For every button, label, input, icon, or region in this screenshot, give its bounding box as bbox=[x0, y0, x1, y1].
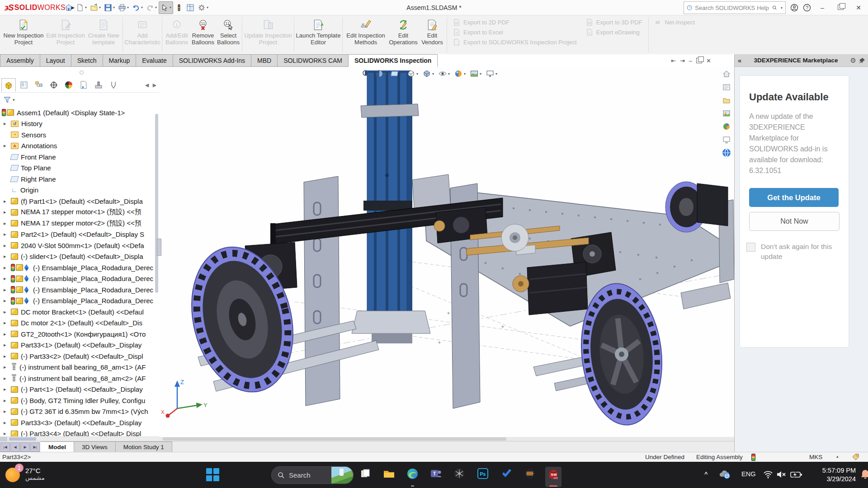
expand-icon[interactable] bbox=[4, 408, 11, 414]
cam-tools-tab[interactable] bbox=[107, 79, 120, 91]
panel-splitter-handle[interactable] bbox=[0, 67, 159, 78]
restore-button[interactable] bbox=[834, 4, 847, 11]
tree-item-nema17-2[interactable]: NEMA 17 stepper motor<2> (預設) <<預 bbox=[0, 218, 159, 229]
wifi-icon[interactable] bbox=[763, 470, 773, 479]
home-tab-icon[interactable] bbox=[721, 69, 732, 80]
expand-icon[interactable] bbox=[4, 386, 11, 392]
tag-icon[interactable] bbox=[852, 453, 859, 461]
tree-item-top-plane[interactable]: Top Plane bbox=[0, 163, 159, 174]
tree-item-part33-1[interactable]: Part33<1> (Default) <<Default>_Display bbox=[0, 340, 159, 351]
photoshop-button[interactable]: Ps bbox=[475, 467, 491, 487]
select-tool-button[interactable]: ▾ bbox=[159, 1, 173, 14]
tree-item-annotations[interactable]: AAnnotations bbox=[0, 141, 159, 152]
expand-icon[interactable] bbox=[4, 298, 11, 304]
minimize-button[interactable]: – bbox=[816, 4, 829, 11]
notification-bell-icon[interactable] bbox=[860, 469, 868, 480]
filter-funnel-icon[interactable] bbox=[3, 96, 11, 104]
tree-item-nema17-1[interactable]: NEMA 17 stepper motor<1> (預設) <<預 bbox=[0, 207, 159, 218]
tree-scrollbar[interactable] bbox=[155, 114, 158, 293]
export-sw-inspection-item[interactable]: Export to SOLIDWORKS Inspection Project bbox=[453, 38, 577, 46]
tab-mbd[interactable]: MBD bbox=[251, 54, 278, 67]
expand-icon[interactable] bbox=[4, 231, 11, 237]
prev-tab-icon[interactable]: ◀ bbox=[10, 442, 20, 452]
task-view-button[interactable] bbox=[357, 467, 373, 487]
new-document-button[interactable]: ▾ bbox=[75, 2, 88, 14]
dock-right-icon[interactable]: ⇥ bbox=[680, 57, 685, 64]
expand-icon[interactable] bbox=[4, 309, 11, 315]
expand-icon[interactable] bbox=[4, 243, 11, 249]
tree-item-front-plane[interactable]: Front Plane bbox=[0, 151, 159, 163]
tab-sketch[interactable]: Sketch bbox=[71, 54, 103, 67]
tab-layout[interactable]: Layout bbox=[40, 54, 71, 67]
tree-item-part-1[interactable]: (-) Part<1> (Default) <<Default>_Display bbox=[0, 384, 159, 395]
expand-icon[interactable] bbox=[4, 420, 11, 426]
cam-operation-tree-tab[interactable] bbox=[92, 79, 105, 91]
units-caret-icon[interactable]: ▴ bbox=[836, 454, 839, 459]
units-indicator[interactable]: MKS bbox=[809, 454, 822, 460]
pane-minimize-icon[interactable]: – bbox=[689, 57, 692, 64]
update-inspection-project-button[interactable]: Update Inspection Project bbox=[244, 15, 292, 54]
tree-item-origin[interactable]: ∟Origin bbox=[0, 185, 159, 196]
property-manager-tab[interactable] bbox=[17, 79, 31, 91]
tree-item-dc-motor-2[interactable]: Dc motor 2<1> (Default) <<Default>_Dis bbox=[0, 318, 159, 329]
help-search-box[interactable]: ? Search SOLIDWORKS Help ▾ bbox=[684, 1, 786, 14]
tab-evaluate[interactable]: Evaluate bbox=[136, 54, 173, 67]
properties-button[interactable] bbox=[185, 2, 196, 14]
3dexperience-globe-icon[interactable] bbox=[721, 147, 732, 158]
filter-dropdown-icon[interactable]: ▾ bbox=[13, 98, 15, 102]
tree-item-dc-motor-bracket[interactable]: DC motor Bracket<1> (Default) <<Defaul bbox=[0, 306, 159, 318]
expand-icon[interactable] bbox=[4, 198, 11, 204]
appearances-icon[interactable] bbox=[721, 121, 732, 132]
rebuild-traffic-light-icon[interactable] bbox=[174, 2, 184, 14]
graphics-viewport[interactable]: Z Y X ▾ ▾ ▾ ▾ ▾ ▾ ▾ ▾ bbox=[159, 67, 734, 441]
help-icon[interactable]: ? bbox=[803, 4, 811, 12]
tray-overflow-icon[interactable]: ^ bbox=[704, 470, 708, 477]
tab-solidworks-cam[interactable]: SOLIDWORKS CAM bbox=[278, 54, 349, 67]
export-excel-item[interactable]: XExport to Excel bbox=[453, 28, 577, 36]
save-button[interactable]: ▾ bbox=[103, 2, 116, 14]
expand-icon[interactable] bbox=[4, 431, 11, 436]
todo-check-button[interactable] bbox=[498, 467, 514, 487]
create-new-template-button[interactable]: Create New template bbox=[86, 15, 121, 54]
expand-icon[interactable] bbox=[4, 398, 11, 404]
tree-item-vslot[interactable]: 2040 V-Slot 500mm<1> (Default) <<Defa bbox=[0, 240, 159, 251]
teams-button[interactable]: T bbox=[428, 467, 444, 487]
tree-item-slider[interactable]: (-) slider<1> (Default) <<Default>_Displ… bbox=[0, 251, 159, 263]
apply-scene-button[interactable]: ▾ bbox=[470, 69, 481, 78]
view-settings-button[interactable]: ▾ bbox=[486, 69, 497, 78]
expand-icon[interactable] bbox=[4, 375, 11, 381]
export-2d-pdf-item[interactable]: 2DExport to 2D PDF bbox=[453, 19, 577, 26]
viewport-horizontal-scrollbar[interactable] bbox=[159, 437, 734, 441]
volume-muted-icon[interactable] bbox=[776, 470, 787, 479]
pin-icon[interactable] bbox=[859, 57, 865, 64]
tree-item-right-plane[interactable]: Right Plane bbox=[0, 174, 159, 185]
expand-icon[interactable] bbox=[4, 143, 11, 149]
tree-item-ensamblaje-2[interactable]: (-) Ensamblaje_Placa_Rodadura_Derec bbox=[0, 273, 159, 285]
hide-show-items-button[interactable]: ▾ bbox=[438, 69, 450, 78]
dock-left-icon[interactable]: ⇤ bbox=[671, 57, 676, 64]
tree-item-idler-pulley[interactable]: (-) Body, GT2 Timing Idler Pulley, Confi… bbox=[0, 395, 159, 406]
open-button[interactable]: ▾ bbox=[89, 2, 102, 14]
panel-tabs-scroll-left-icon[interactable]: ◀ bbox=[144, 82, 150, 88]
tree-item-ensamblaje-4[interactable]: (-) Ensamblaje_Placa_Rodadura_Derec bbox=[0, 296, 159, 307]
expand-icon[interactable] bbox=[4, 342, 11, 348]
file-explorer-button[interactable] bbox=[381, 467, 397, 487]
design-library-icon[interactable] bbox=[721, 82, 732, 93]
tree-item-ensamblaje-1[interactable]: (-) Ensamblaje_Placa_Rodadura_Derec bbox=[0, 262, 159, 273]
onedrive-icon[interactable] bbox=[719, 469, 731, 479]
tree-item-part33-2[interactable]: (-) Part33<2> (Default) <<Default>_Displ bbox=[0, 351, 159, 362]
eclipse-button[interactable] bbox=[522, 467, 538, 487]
configuration-manager-tab[interactable] bbox=[32, 79, 46, 91]
tree-item-bearing-2[interactable]: (-) instrument ball bearing_68_am<2> (AF bbox=[0, 373, 159, 384]
dont-ask-checkbox[interactable] bbox=[746, 243, 755, 252]
display-style-button[interactable]: ▾ bbox=[422, 69, 434, 78]
tab-solidworks-add-ins[interactable]: SOLIDWORKS Add-Ins bbox=[173, 54, 251, 67]
close-button[interactable]: ✕ bbox=[852, 4, 865, 11]
export-edrawing-item[interactable]: eExport eDrawing bbox=[586, 28, 642, 36]
expand-icon[interactable] bbox=[4, 364, 11, 370]
view-palette-icon[interactable] bbox=[721, 108, 732, 119]
tab-markup[interactable]: Markup bbox=[103, 54, 137, 67]
solidworks-app-button[interactable]: SW2022 bbox=[545, 467, 561, 487]
tree-item-history[interactable]: ↺History bbox=[0, 118, 159, 130]
expand-icon[interactable] bbox=[4, 209, 11, 215]
